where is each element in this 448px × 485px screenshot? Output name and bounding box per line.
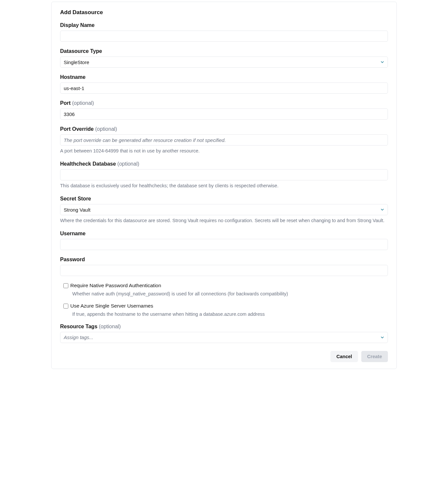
help-use-azure-usernames: If true, appends the hostname to the use… <box>72 311 388 317</box>
form-title: Add Datasource <box>60 9 388 16</box>
label-port-override: Port Override (optional) <box>60 126 388 132</box>
label-username: Username <box>60 231 388 237</box>
input-port[interactable] <box>60 108 388 120</box>
cancel-button[interactable]: Cancel <box>330 351 358 362</box>
label-require-native-auth[interactable]: Require Native Password Authentication <box>70 283 161 289</box>
input-resource-tags[interactable] <box>60 332 388 343</box>
label-hostname: Hostname <box>60 74 388 80</box>
field-username: Username <box>60 231 388 250</box>
label-port: Port (optional) <box>60 100 388 106</box>
help-port-override: A port between 1024-64999 that is not in… <box>60 148 388 154</box>
label-resource-tags-text: Resource Tags <box>60 324 98 329</box>
select-datasource-type[interactable] <box>60 57 388 68</box>
label-datasource-type: Datasource Type <box>60 48 388 54</box>
label-port-override-text: Port Override <box>60 126 94 132</box>
input-password[interactable] <box>60 265 388 276</box>
label-resource-tags-optional: (optional) <box>99 324 121 329</box>
input-hostname[interactable] <box>60 82 388 94</box>
input-healthcheck-database[interactable] <box>60 169 388 180</box>
field-password: Password <box>60 257 388 276</box>
checkbox-use-azure-usernames[interactable] <box>63 304 68 309</box>
label-healthcheck-database: Healthcheck Database (optional) <box>60 161 388 167</box>
select-resource-tags[interactable] <box>60 332 388 343</box>
help-require-native-auth: Whether native auth (mysql_native_passwo… <box>72 290 388 297</box>
add-datasource-panel: Add Datasource Display Name Datasource T… <box>51 2 397 369</box>
field-display-name: Display Name <box>60 22 388 42</box>
label-port-override-optional: (optional) <box>95 126 117 132</box>
label-password: Password <box>60 257 388 263</box>
create-button[interactable]: Create <box>361 351 388 362</box>
field-port-override: Port Override (optional) A port between … <box>60 126 388 154</box>
field-use-azure-usernames: Use Azure Single Server Usernames If tru… <box>63 303 388 317</box>
button-row: Cancel Create <box>60 351 388 362</box>
field-resource-tags: Resource Tags (optional) <box>60 324 388 343</box>
label-resource-tags: Resource Tags (optional) <box>60 324 388 330</box>
help-healthcheck-database: This database is exclusively used for he… <box>60 182 388 189</box>
select-secret-store-value[interactable] <box>60 204 388 215</box>
input-username[interactable] <box>60 239 388 250</box>
input-display-name[interactable] <box>60 31 388 42</box>
label-use-azure-usernames[interactable]: Use Azure Single Server Usernames <box>70 303 153 309</box>
label-secret-store: Secret Store <box>60 196 388 202</box>
field-require-native-auth: Require Native Password Authentication W… <box>63 283 388 297</box>
select-datasource-type-value[interactable] <box>60 57 388 68</box>
label-healthcheck-database-text: Healthcheck Database <box>60 161 116 167</box>
input-port-override[interactable] <box>60 134 388 146</box>
field-hostname: Hostname <box>60 74 388 94</box>
checkbox-require-native-auth[interactable] <box>63 283 68 288</box>
help-secret-store: Where the credentials for this datasourc… <box>60 217 388 224</box>
field-port: Port (optional) <box>60 100 388 120</box>
label-healthcheck-database-optional: (optional) <box>117 161 139 167</box>
field-datasource-type: Datasource Type <box>60 48 388 68</box>
field-healthcheck-database: Healthcheck Database (optional) This dat… <box>60 161 388 189</box>
select-secret-store[interactable] <box>60 204 388 215</box>
label-display-name: Display Name <box>60 22 388 28</box>
field-secret-store: Secret Store Where the credentials for t… <box>60 196 388 224</box>
label-port-text: Port <box>60 100 71 106</box>
label-port-optional: (optional) <box>72 100 94 106</box>
